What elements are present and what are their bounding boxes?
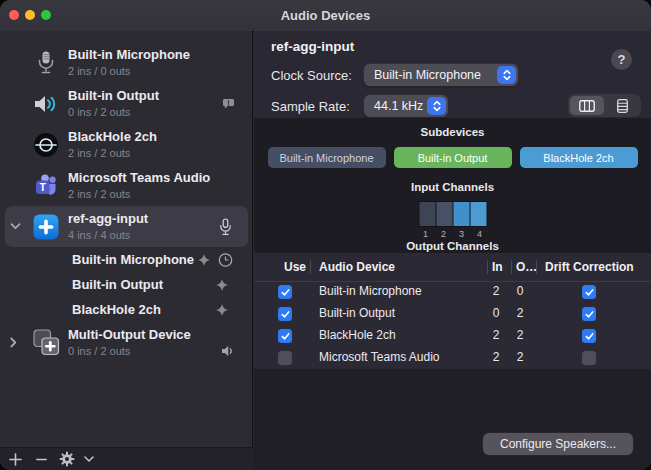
sidebar-item-built-in-output[interactable]: Built-in Output 0 ins / 2 outs — [0, 83, 253, 124]
use-checkbox[interactable] — [278, 351, 292, 365]
chevron-right-icon[interactable] — [10, 337, 31, 348]
table-header: Use Audio Device In O… Drift Correction — [254, 253, 651, 282]
device-title: Built-in Output — [68, 88, 159, 105]
table-cell-in: 0 — [484, 306, 508, 320]
drift-correction-checkbox[interactable] — [582, 307, 596, 321]
svg-text:T: T — [40, 181, 47, 193]
sidebar-item-blackhole-2ch[interactable]: BlackHole 2ch 2 ins / 2 outs — [0, 124, 253, 165]
table-cell-device: Microsoft Teams Audio — [319, 350, 440, 364]
table-cell-device: Built-in Microphone — [319, 284, 422, 298]
table-row[interactable]: Microsoft Teams Audio 2 2 — [254, 347, 651, 369]
device-subtitle: 0 ins / 2 outs — [68, 344, 191, 358]
notification-bubble-icon — [222, 98, 235, 110]
column-header-audio-device: Audio Device — [319, 260, 395, 274]
device-subtitle: 4 ins / 4 outs — [68, 228, 148, 242]
use-checkbox[interactable] — [278, 285, 292, 299]
subdevice-table-section: Use Audio Device In O… Drift Correction … — [254, 253, 651, 470]
table-cell-in: 2 — [484, 284, 508, 298]
clock-source-value: Built-in Microphone — [364, 68, 495, 82]
channel-number: 1 — [417, 229, 435, 239]
remove-device-button[interactable] — [28, 448, 54, 470]
table-row[interactable]: Built-in Output 0 2 — [254, 303, 651, 325]
list-view-button[interactable] — [605, 96, 639, 115]
close-button[interactable] — [9, 10, 19, 20]
columns-icon — [579, 100, 595, 112]
microphone-icon — [31, 50, 61, 76]
sample-rate-value: 44.1 kHz — [364, 99, 425, 113]
sidebar-subitem-blackhole-2ch[interactable]: BlackHole 2ch — [0, 297, 253, 322]
gear-icon — [54, 448, 80, 470]
device-title: BlackHole 2ch — [68, 129, 157, 146]
chevron-down-icon — [80, 448, 98, 470]
column-header-out: O… — [516, 260, 537, 274]
table-cell-device: BlackHole 2ch — [319, 328, 396, 342]
channel-block-2 — [436, 202, 452, 226]
speaker-indicator-icon — [221, 345, 235, 357]
table-row[interactable]: BlackHole 2ch 2 2 — [254, 325, 651, 347]
use-checkbox[interactable] — [278, 307, 292, 321]
table-cell-in: 2 — [484, 350, 508, 364]
detail-device-title: ref-agg-input — [271, 39, 354, 54]
column-header-in: In — [492, 260, 503, 274]
signal-spark-icon — [216, 304, 228, 316]
sample-rate-label: Sample Rate: — [271, 99, 350, 114]
drift-correction-checkbox[interactable] — [582, 351, 596, 365]
configure-speakers-button[interactable]: Configure Speakers... — [483, 433, 633, 455]
rows-icon — [617, 99, 628, 113]
device-subtitle: 2 ins / 2 outs — [68, 187, 210, 201]
sidebar-toolbar — [0, 447, 255, 470]
microphone-indicator-icon — [219, 218, 232, 236]
chevron-down-icon[interactable] — [10, 223, 31, 230]
table-cell-in: 2 — [484, 328, 508, 342]
sidebar-item-built-in-microphone[interactable]: Built-in Microphone 2 ins / 0 outs — [0, 42, 253, 83]
signal-spark-icon — [198, 254, 210, 266]
help-button[interactable]: ? — [611, 49, 632, 70]
channel-block-3 — [453, 202, 469, 226]
device-subtitle: 0 ins / 2 outs — [68, 105, 159, 119]
table-row[interactable]: Built-in Microphone 2 0 — [254, 281, 651, 303]
device-title: Built-in Microphone — [68, 47, 190, 64]
drift-correction-checkbox[interactable] — [582, 285, 596, 299]
channel-numbers: 1 2 3 4 — [417, 229, 489, 239]
output-channels-title: Output Channels — [254, 240, 651, 252]
minimize-button[interactable] — [25, 10, 35, 20]
sidebar-item-ref-agg-input[interactable]: ref-agg-input 4 ins / 4 outs — [5, 206, 248, 247]
stepper-icon — [427, 97, 446, 115]
add-device-button[interactable] — [2, 448, 28, 470]
clock-source-icon — [218, 252, 233, 267]
drift-correction-checkbox[interactable] — [582, 329, 596, 343]
subdevices-section: Subdevices Built-in Microphone Built-in … — [254, 118, 651, 253]
table-cell-out: 2 — [508, 328, 532, 342]
teams-icon: T — [31, 173, 61, 199]
clock-source-select[interactable]: Built-in Microphone — [364, 64, 518, 86]
use-checkbox[interactable] — [278, 329, 292, 343]
column-view-button[interactable] — [570, 96, 604, 115]
subdevice-pill-built-in-microphone[interactable]: Built-in Microphone — [268, 147, 386, 168]
zoom-button[interactable] — [41, 10, 51, 20]
subdevice-title: BlackHole 2ch — [72, 302, 161, 317]
sidebar-item-multi-output-device[interactable]: Multi-Output Device 0 ins / 2 outs — [0, 322, 253, 363]
column-header-use: Use — [284, 260, 306, 274]
sidebar-subitem-built-in-output[interactable]: Built-in Output — [0, 272, 253, 297]
sidebar-item-microsoft-teams-audio[interactable]: T Microsoft Teams Audio 2 ins / 2 outs — [0, 165, 253, 206]
speaker-icon — [31, 93, 61, 115]
title-bar: Audio Devices — [0, 0, 651, 32]
clock-source-label: Clock Source: — [271, 68, 352, 83]
subdevice-pill-built-in-output[interactable]: Built-in Output — [394, 147, 512, 168]
actions-menu-button[interactable] — [54, 448, 98, 470]
table-cell-out: 2 — [508, 306, 532, 320]
sidebar-subitem-built-in-microphone[interactable]: Built-in Microphone — [0, 247, 253, 272]
subdevice-title: Built-in Microphone — [72, 252, 194, 267]
table-cell-device: Built-in Output — [319, 306, 395, 320]
sample-rate-select[interactable]: 44.1 kHz — [364, 95, 448, 117]
subdevice-pills: Built-in Microphone Built-in Output Blac… — [254, 147, 651, 168]
stepper-icon — [497, 66, 516, 84]
subdevice-pill-blackhole-2ch[interactable]: BlackHole 2ch — [520, 147, 638, 168]
subdevices-title: Subdevices — [254, 126, 651, 138]
channel-number: 2 — [435, 229, 453, 239]
device-title: Multi-Output Device — [68, 327, 191, 344]
subdevice-title: Built-in Output — [72, 277, 163, 292]
device-subtitle: 2 ins / 2 outs — [68, 146, 157, 160]
table-cell-out: 0 — [508, 284, 532, 298]
input-channels-title: Input Channels — [254, 181, 651, 193]
